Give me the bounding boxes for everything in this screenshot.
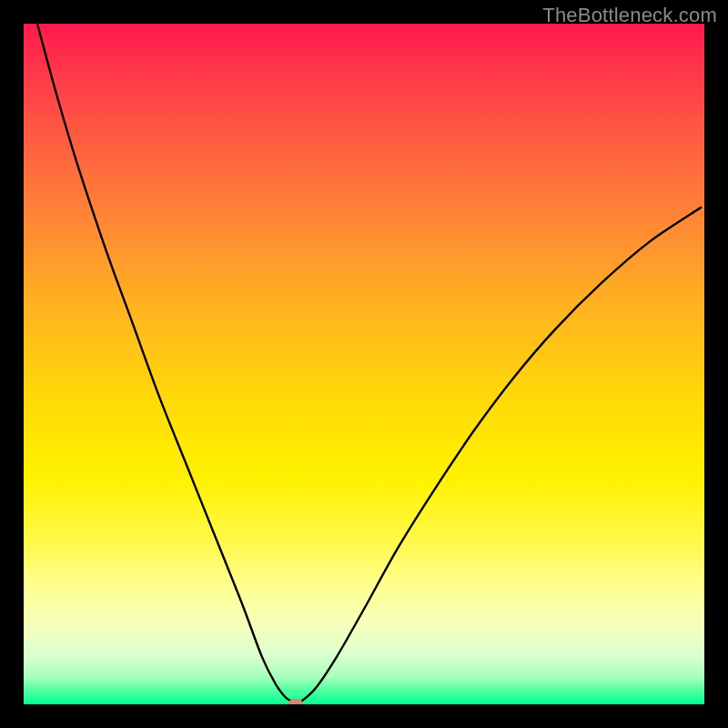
bottleneck-curve (24, 24, 704, 704)
chart-frame: TheBottleneck.com (0, 0, 728, 728)
plot-area (24, 24, 704, 704)
optimal-point-marker (288, 699, 304, 705)
watermark-label: TheBottleneck.com (542, 4, 717, 27)
